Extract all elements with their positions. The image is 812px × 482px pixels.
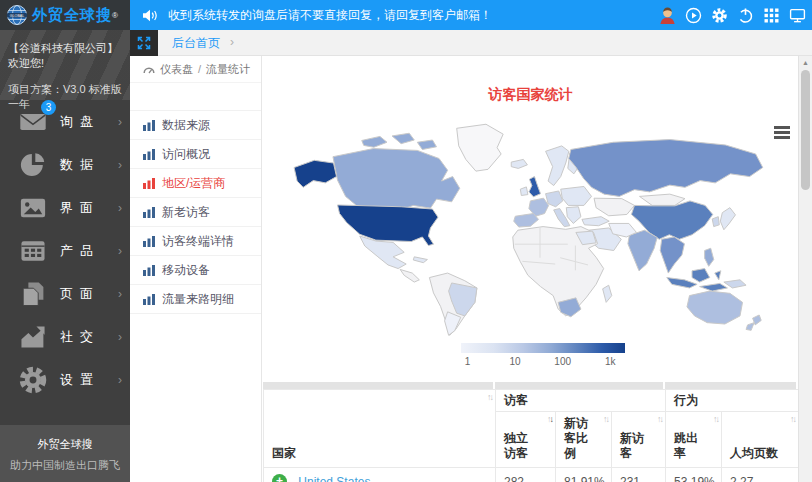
sidebar-item-page[interactable]: 页面: [0, 272, 130, 315]
column-header-country[interactable]: 国家: [264, 390, 496, 468]
breadcrumb-traffic-stats[interactable]: 流量统计: [206, 62, 250, 77]
stats-item-new-returning[interactable]: 新老访客: [130, 198, 261, 227]
sidebar-item-label: 界面: [60, 199, 100, 217]
stats-item-label: 新老访客: [162, 204, 210, 221]
user-avatar[interactable]: [654, 0, 680, 30]
trend-chart-icon: [18, 322, 48, 352]
map-country-united-states[interactable]: [338, 205, 438, 246]
secondary-header-bar: 后台首页: [130, 30, 812, 56]
play-circle-button[interactable]: [680, 0, 706, 30]
map-country-greenland[interactable]: [457, 124, 503, 171]
map-country-turkey: [582, 217, 609, 226]
sidebar-item-settings[interactable]: 设置: [0, 358, 130, 401]
bar-chart-icon: [143, 149, 155, 160]
sidebar-footer: 外贸全球搜 助力中国制造出口腾飞: [0, 425, 130, 482]
stats-item-visit-overview[interactable]: 访问概况: [130, 140, 261, 169]
sidebar-item-interface[interactable]: 界面: [0, 186, 130, 229]
bar-chart-icon: [143, 294, 155, 305]
column-header-bounce-rate[interactable]: 跳出率: [666, 412, 722, 468]
svg-text:GLOBAL: GLOBAL: [10, 14, 24, 18]
breadcrumb-separator: /: [198, 63, 201, 75]
app-logo[interactable]: GLOBAL 外贸全球搜 ®: [0, 0, 130, 30]
sidebar-item-social[interactable]: 社交: [0, 315, 130, 358]
bar-chart-icon: [143, 236, 155, 247]
pie-chart-icon: [18, 150, 48, 180]
breadcrumb-dashboard[interactable]: 仪表盘: [160, 62, 193, 77]
stats-item-label: 数据来源: [162, 117, 210, 134]
stats-item-region-carrier[interactable]: 地区/运营商: [130, 169, 261, 198]
sidebar-item-label: 页面: [60, 285, 100, 303]
map-region-alaska[interactable]: [294, 160, 336, 187]
chevron-right-icon: [118, 287, 122, 301]
sidebar-item-label: 设置: [60, 371, 100, 389]
apps-grid-button[interactable]: [758, 0, 784, 30]
chevron-right-icon: [118, 330, 122, 344]
map-country-australia[interactable]: [687, 291, 743, 324]
gear-icon: [18, 365, 48, 395]
pages-per-visit-cell: 2.27: [722, 468, 799, 482]
sidebar-item-product[interactable]: 产品: [0, 229, 130, 272]
map-country-papua-new-guinea: [724, 280, 746, 288]
stats-item-terminal-details[interactable]: 访客终端详情: [130, 227, 261, 256]
country-link[interactable]: United States: [298, 475, 370, 482]
monitor-button[interactable]: [784, 0, 810, 30]
map-country-spain[interactable]: [514, 214, 539, 228]
welcome-company: 【谷道科技有限公司】欢迎您!: [8, 41, 122, 71]
speaker-icon: [142, 8, 158, 23]
map-region-central-america: [400, 269, 419, 282]
power-button[interactable]: [732, 0, 758, 30]
map-region-arctic-islands: [362, 133, 437, 149]
expand-row-button[interactable]: [272, 474, 287, 482]
chevron-right-icon: [118, 115, 122, 129]
column-header-new-visitors[interactable]: 新访客: [612, 412, 666, 468]
sidebar-item-inquiry[interactable]: 3 询盘: [0, 100, 130, 143]
map-country-india[interactable]: [628, 230, 657, 271]
footer-slogan: 助力中国制造出口腾飞: [0, 458, 130, 473]
map-country-russia[interactable]: [569, 140, 763, 197]
map-region-scandinavia: [546, 146, 569, 186]
bounce-rate-cell: 53.19%: [666, 468, 722, 482]
settings-gear-button[interactable]: [706, 0, 732, 30]
vertical-scrollbar[interactable]: ▲: [798, 56, 812, 482]
scrollbar-thumb[interactable]: [801, 70, 810, 190]
map-country-south-korea: [712, 217, 719, 227]
dashboard-gauge-icon: [143, 64, 155, 75]
map-country-united-kingdom[interactable]: [529, 177, 541, 197]
column-header-new-visitor-ratio[interactable]: 新访客比例: [556, 412, 612, 468]
sidebar-item-data[interactable]: 数据: [0, 143, 130, 186]
stats-item-mobile-devices[interactable]: 移动设备: [130, 256, 261, 285]
table-row: United States 282 81.91% 231 53.19% 2.27: [264, 468, 799, 482]
topbar-actions: [654, 0, 810, 30]
fullscreen-expand-button[interactable]: [130, 30, 158, 56]
scroll-up-arrow-icon[interactable]: ▲: [799, 56, 812, 66]
stats-item-data-source[interactable]: 数据来源: [130, 111, 261, 140]
map-region-southeast-asia[interactable]: [660, 237, 684, 273]
breadcrumb-home-link[interactable]: 后台首页: [172, 36, 220, 50]
logo-text: 外贸全球搜: [32, 6, 112, 25]
map-country-philippines: [705, 248, 714, 266]
world-map: [285, 108, 790, 338]
stats-item-label: 访问概况: [162, 146, 210, 163]
map-country-iceland: [511, 159, 527, 168]
legend-tick: 100: [554, 356, 571, 367]
sidebar-item-label: 社交: [60, 328, 100, 346]
map-region-balkans: [566, 207, 581, 224]
map-country-new-zealand: [746, 315, 761, 330]
column-header-unique-visitors[interactable]: 独立访客: [496, 412, 556, 468]
chevron-right-icon: [118, 373, 122, 387]
main-content: 访客国家统计: [263, 56, 798, 482]
sort-icon: [790, 415, 795, 424]
chevron-right-icon: [118, 244, 122, 258]
pages-icon: [18, 279, 48, 309]
announcement-text: 收到系统转发的询盘后请不要直接回复，请回复到客户邮箱！: [168, 7, 492, 24]
column-header-pages-per-visit[interactable]: 人均页数: [722, 412, 799, 468]
stats-item-traffic-sources[interactable]: 流量来路明细: [130, 285, 261, 314]
map-country-japan[interactable]: [720, 208, 735, 230]
group-header-behavior: 行为: [666, 390, 799, 412]
stats-item-label: 访客终端详情: [162, 233, 234, 250]
chevron-right-icon: [230, 30, 234, 56]
map-country-canada[interactable]: [333, 149, 460, 210]
table-top-divider: [263, 382, 798, 389]
registered-mark: ®: [112, 11, 118, 20]
inquiry-count-badge: 3: [41, 100, 56, 115]
